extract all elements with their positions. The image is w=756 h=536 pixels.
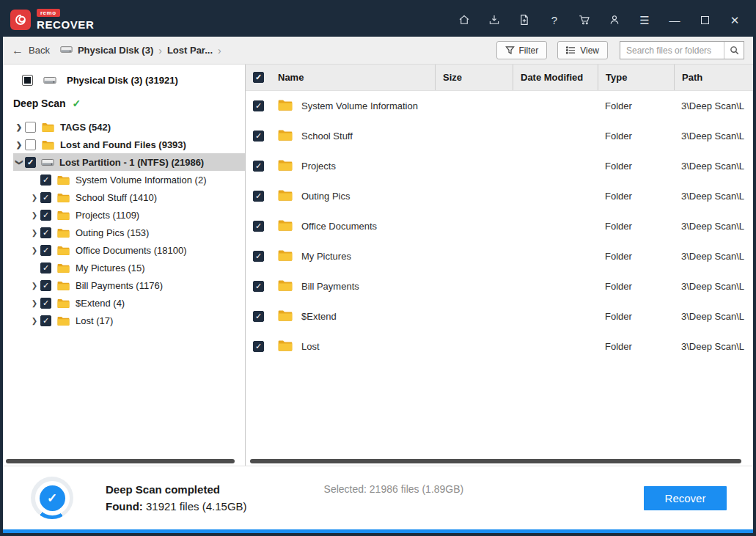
tree-item-checkbox[interactable]: ✓	[40, 175, 51, 186]
tree-item[interactable]: ❯✓$Extend (4)	[29, 294, 245, 312]
chevron-right-icon[interactable]: ❯	[29, 229, 40, 237]
scan-status: Deep Scan ✓	[12, 89, 245, 117]
cell-path: 3\Deep Scan\L	[674, 311, 753, 322]
import-icon[interactable]	[488, 12, 501, 27]
chevron-right-icon[interactable]: ❯	[29, 317, 40, 325]
chevron-right-icon: ›	[218, 45, 221, 56]
tree-item[interactable]: ❯✓Lost (17)	[29, 312, 245, 329]
table-row[interactable]: ✓Office DocumentsFolder3\Deep Scan\L	[246, 211, 753, 241]
help-icon[interactable]: ?	[548, 12, 561, 27]
column-header-name[interactable]: ✓ Name	[246, 65, 435, 90]
tree-item-label: My Pictures (15)	[76, 263, 145, 273]
cell-path: 3\Deep Scan\L	[674, 161, 753, 172]
chevron-right-icon[interactable]: ❯	[29, 282, 40, 290]
chevron-right-icon[interactable]: ❯	[29, 211, 40, 219]
cart-icon[interactable]	[578, 12, 591, 27]
breadcrumb-item-disk[interactable]: Physical Disk (3)	[78, 45, 153, 56]
main-content: Physical Disk (3) (31921) Deep Scan ✓ ❯T…	[3, 65, 753, 466]
tree-item[interactable]: ❯✓Bill Payments (1176)	[29, 276, 245, 294]
row-checkbox[interactable]: ✓	[253, 191, 264, 202]
chevron-right-icon[interactable]: ❯	[13, 141, 25, 149]
tree-item-checkbox[interactable]: ✓	[40, 315, 51, 326]
tree-item-checkbox[interactable]: ✓	[25, 157, 36, 168]
breadcrumb-item-partition[interactable]: Lost Par...	[167, 45, 213, 56]
tree-item[interactable]: ❯✓Office Documents (18100)	[29, 241, 245, 259]
close-icon[interactable]: ✕	[728, 12, 741, 27]
tree-root[interactable]: Physical Disk (3) (31921)	[12, 72, 245, 89]
select-all-checkbox[interactable]: ✓	[253, 72, 264, 83]
tree-item[interactable]: ✓System Volume Information (2)	[29, 171, 245, 188]
tree-item-checkbox[interactable]: ✓	[40, 245, 51, 256]
tree-item[interactable]: ❯TAGS (542)	[13, 118, 245, 136]
folder-icon	[56, 280, 70, 291]
table-row[interactable]: ✓School StuffFolder3\Deep Scan\L	[246, 121, 753, 151]
view-button[interactable]: View	[557, 41, 608, 59]
column-header-date-modified[interactable]: Date Modified	[513, 65, 598, 90]
table-header: ✓ Name Size Date Modified Type Path	[246, 65, 753, 91]
tree-item[interactable]: ❯✓School Stuff (1410)	[29, 188, 245, 206]
column-header-path[interactable]: Path	[674, 65, 753, 90]
tree-item-checkbox[interactable]: ✓	[40, 263, 51, 273]
chevron-right-icon[interactable]: ❯	[13, 123, 25, 131]
search-icon[interactable]	[724, 42, 744, 59]
tree-item[interactable]: ❯✓Projects (1109)	[29, 206, 245, 224]
chevron-right-icon[interactable]: ❯	[29, 246, 40, 254]
row-checkbox[interactable]: ✓	[253, 281, 264, 292]
column-header-size[interactable]: Size	[435, 65, 513, 90]
chevron-down-icon[interactable]: ❯	[15, 156, 23, 168]
tree-item-checkbox[interactable]: ✓	[40, 227, 51, 238]
menu-icon[interactable]: ☰	[638, 12, 651, 27]
tree-item[interactable]: ✓My Pictures (15)	[29, 259, 245, 276]
tree-item-checkbox[interactable]	[25, 139, 36, 150]
horizontal-scrollbar-right[interactable]	[250, 459, 741, 463]
tree-item[interactable]: ❯✓Lost Partition - 1 (NTFS) (21986)	[13, 153, 245, 171]
scan-label: Deep Scan	[13, 98, 66, 109]
table-row[interactable]: ✓LostFolder3\Deep Scan\L	[246, 331, 753, 361]
home-icon[interactable]	[458, 12, 471, 27]
row-checkbox[interactable]: ✓	[253, 161, 264, 172]
table-row[interactable]: ✓My PicturesFolder3\Deep Scan\L	[246, 241, 753, 271]
column-label-path: Path	[682, 72, 702, 83]
table-row[interactable]: ✓ProjectsFolder3\Deep Scan\L	[246, 151, 753, 181]
minimize-icon[interactable]: —	[668, 12, 681, 27]
tree-item-checkbox[interactable]: ✓	[40, 280, 51, 291]
tree-item-label: School Stuff (1410)	[76, 192, 157, 203]
horizontal-scrollbar-left[interactable]	[6, 459, 235, 463]
tree-item-checkbox[interactable]: ✓	[40, 210, 51, 221]
chevron-right-icon[interactable]: ❯	[29, 194, 40, 202]
row-checkbox[interactable]: ✓	[253, 251, 264, 262]
filter-button[interactable]: Filter	[496, 41, 548, 59]
table-row[interactable]: ✓Bill PaymentsFolder3\Deep Scan\L	[246, 271, 753, 301]
tree-item-checkbox[interactable]: ✓	[40, 192, 51, 203]
file-name: $Extend	[301, 311, 337, 322]
chevron-right-icon[interactable]: ❯	[29, 299, 40, 307]
recover-button[interactable]: Recover	[644, 486, 727, 510]
search-box	[620, 41, 744, 59]
table-row[interactable]: ✓$ExtendFolder3\Deep Scan\L	[246, 301, 753, 331]
row-checkbox[interactable]: ✓	[253, 131, 264, 142]
filter-label: Filter	[519, 45, 539, 56]
maximize-icon[interactable]	[698, 12, 711, 27]
file-table-body: ✓System Volume InformationFolder3\Deep S…	[246, 91, 753, 466]
row-checkbox[interactable]: ✓	[253, 311, 264, 322]
root-checkbox[interactable]	[22, 75, 33, 86]
search-input[interactable]	[620, 45, 724, 56]
row-checkbox[interactable]: ✓	[253, 341, 264, 352]
row-checkbox[interactable]: ✓	[253, 100, 264, 111]
tree-item[interactable]: ❯✓Outing Pics (153)	[29, 224, 245, 241]
cell-name: ✓$Extend	[246, 309, 435, 324]
table-row[interactable]: ✓Outing PicsFolder3\Deep Scan\L	[246, 181, 753, 211]
new-file-icon[interactable]	[518, 12, 531, 27]
table-row[interactable]: ✓System Volume InformationFolder3\Deep S…	[246, 91, 753, 121]
column-header-type[interactable]: Type	[598, 65, 674, 90]
tree-item-checkbox[interactable]	[25, 122, 36, 133]
user-icon[interactable]	[608, 12, 621, 27]
row-checkbox[interactable]: ✓	[253, 221, 264, 232]
cell-type: Folder	[598, 100, 674, 111]
tree-item[interactable]: ❯Lost and Found Files (9393)	[13, 136, 245, 153]
back-button[interactable]: ← Back	[12, 44, 50, 57]
scan-summary: Deep Scan completed Found: 31921 files (…	[106, 483, 247, 513]
cell-path: 3\Deep Scan\L	[674, 100, 753, 111]
tree-item-checkbox[interactable]: ✓	[40, 298, 51, 309]
tree-item-label: Outing Pics (153)	[76, 227, 149, 238]
